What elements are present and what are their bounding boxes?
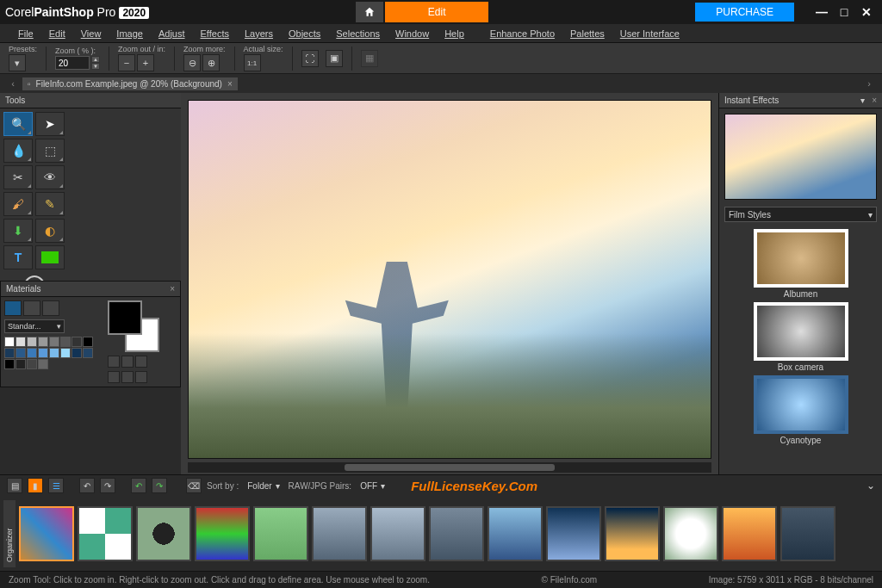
thumbnail[interactable] xyxy=(19,506,74,561)
menu-selections[interactable]: Selections xyxy=(328,26,388,41)
menu-image[interactable]: Image xyxy=(109,26,151,41)
minimize-button[interactable]: — xyxy=(815,5,829,19)
organizer-undo[interactable]: ↶ xyxy=(131,478,146,493)
foreground-color-swatch[interactable] xyxy=(108,300,142,335)
horizontal-scrollbar[interactable] xyxy=(188,462,711,473)
color-swatch[interactable] xyxy=(4,348,15,358)
tab-scroll-right[interactable]: › xyxy=(863,78,875,89)
thumbnail[interactable] xyxy=(312,506,367,561)
zoom-out-more-button[interactable]: ⊖ xyxy=(183,54,201,71)
materials-opt-1[interactable] xyxy=(108,356,120,368)
color-swatch[interactable] xyxy=(4,359,15,369)
materials-opt-4[interactable] xyxy=(108,371,120,383)
materials-mode-rainbow[interactable] xyxy=(23,300,40,316)
document-tab[interactable]: ▫ FileInfo.com Example.jpeg @ 20% (Backg… xyxy=(22,77,238,90)
grid-button[interactable]: ▦ xyxy=(361,50,378,67)
zoom-spinner[interactable]: ▲▼ xyxy=(91,56,100,70)
materials-mode-history[interactable] xyxy=(42,300,59,316)
close-button[interactable]: ✕ xyxy=(860,5,873,19)
menu-enhance-photo[interactable]: Enhance Photo xyxy=(482,26,562,41)
color-swatch[interactable] xyxy=(16,359,26,369)
materials-style-dropdown[interactable]: Standar...▾ xyxy=(4,319,65,333)
materials-opt-2[interactable] xyxy=(121,356,134,368)
eyedropper-tool[interactable]: 💧 xyxy=(3,139,33,163)
color-swatch[interactable] xyxy=(16,348,26,358)
materials-opt-3[interactable] xyxy=(135,356,147,368)
color-tool[interactable] xyxy=(35,245,65,269)
color-swatch[interactable] xyxy=(27,359,37,369)
thumbnail[interactable] xyxy=(663,506,718,561)
thumbnail[interactable] xyxy=(78,506,133,561)
menu-palettes[interactable]: Palettes xyxy=(562,26,612,41)
organizer-view-thumbs[interactable]: ▮ xyxy=(28,478,43,493)
tab-scroll-left[interactable]: ‹ xyxy=(7,78,19,89)
thumbnail[interactable] xyxy=(429,506,484,561)
home-button[interactable] xyxy=(356,2,383,22)
menu-adjust[interactable]: Adjust xyxy=(151,26,193,41)
raw-pairs-dropdown[interactable]: OFF ▾ xyxy=(357,480,388,492)
materials-close-button[interactable]: × xyxy=(170,284,175,294)
materials-mode-swatches[interactable] xyxy=(4,300,22,316)
menu-effects[interactable]: Effects xyxy=(193,26,237,41)
fit-image-button[interactable]: ▣ xyxy=(326,50,343,67)
zoom-in-more-button[interactable]: ⊕ xyxy=(202,54,220,71)
move-tool[interactable]: ➤ xyxy=(35,112,65,136)
organizer-rotate-right[interactable]: ↷ xyxy=(100,478,115,493)
color-swatch[interactable] xyxy=(38,348,48,358)
organizer-view-list[interactable]: ☰ xyxy=(48,478,64,493)
thumbnail[interactable] xyxy=(195,506,250,561)
canvas-area[interactable] xyxy=(181,93,718,474)
crop-tool[interactable]: ✂ xyxy=(3,165,33,189)
menu-help[interactable]: Help xyxy=(437,26,472,41)
fit-window-button[interactable]: ⛶ xyxy=(301,50,319,67)
color-swatch[interactable] xyxy=(27,337,37,347)
zoom-out-button[interactable]: − xyxy=(118,54,135,71)
color-swatch[interactable] xyxy=(83,337,93,347)
effect-item-cyanotype[interactable]: Cyanotype xyxy=(724,374,877,445)
paintbrush-tool[interactable]: 🖌 xyxy=(3,192,33,216)
text-tool[interactable]: T xyxy=(3,245,33,269)
zoom-input[interactable] xyxy=(55,56,90,70)
menu-objects[interactable]: Objects xyxy=(281,26,328,41)
color-swatch[interactable] xyxy=(60,348,71,358)
organizer-tab[interactable]: Organizer xyxy=(3,500,16,567)
color-swatch[interactable] xyxy=(4,337,15,347)
color-swatch[interactable] xyxy=(38,337,48,347)
close-document-button[interactable]: × xyxy=(227,79,233,89)
sort-by-dropdown[interactable]: Folder ▾ xyxy=(244,480,283,492)
zoom-in-button[interactable]: + xyxy=(137,54,154,71)
effect-category-dropdown[interactable]: Film Styles▾ xyxy=(724,207,877,222)
purchase-button[interactable]: PURCHASE xyxy=(695,3,794,22)
zoom-tool[interactable]: 🔍 xyxy=(3,112,33,136)
organizer-collapse-button[interactable]: ⌄ xyxy=(866,480,875,492)
thumbnail[interactable] xyxy=(546,506,601,561)
color-swatch[interactable] xyxy=(83,348,93,358)
thumbnail[interactable] xyxy=(370,506,425,561)
instant-effects-close[interactable]: × xyxy=(872,96,877,105)
organizer-nav-button[interactable]: ▤ xyxy=(7,478,22,493)
edit-tab[interactable]: Edit xyxy=(385,2,488,22)
menu-view[interactable]: View xyxy=(73,26,109,41)
selection-tool[interactable]: ⬚ xyxy=(35,139,65,163)
menu-layers[interactable]: Layers xyxy=(237,26,281,41)
organizer-rotate-left[interactable]: ↶ xyxy=(79,478,95,493)
materials-opt-5[interactable] xyxy=(121,371,134,383)
menu-user-interface[interactable]: User Interface xyxy=(612,26,687,41)
thumbnail[interactable] xyxy=(136,506,191,561)
thumbnail[interactable] xyxy=(605,506,660,561)
color-swatch[interactable] xyxy=(16,337,26,347)
menu-window[interactable]: Window xyxy=(388,26,437,41)
pencil-tool[interactable]: ✎ xyxy=(35,192,65,216)
color-swatch[interactable] xyxy=(38,359,48,369)
maximize-button[interactable]: □ xyxy=(837,5,851,19)
menu-file[interactable]: File xyxy=(10,26,41,41)
color-swatch[interactable] xyxy=(49,348,59,358)
redeye-tool[interactable]: 👁 xyxy=(35,165,65,189)
thumbnail[interactable] xyxy=(780,506,835,561)
shape-tool[interactable]: ◐ xyxy=(35,219,65,243)
materials-opt-6[interactable] xyxy=(135,371,147,383)
effect-item-albumen[interactable]: Albumen xyxy=(724,227,877,299)
presets-dropdown[interactable]: ▾ xyxy=(9,54,26,71)
thumbnail[interactable] xyxy=(253,506,308,561)
color-swatch[interactable] xyxy=(71,337,82,347)
